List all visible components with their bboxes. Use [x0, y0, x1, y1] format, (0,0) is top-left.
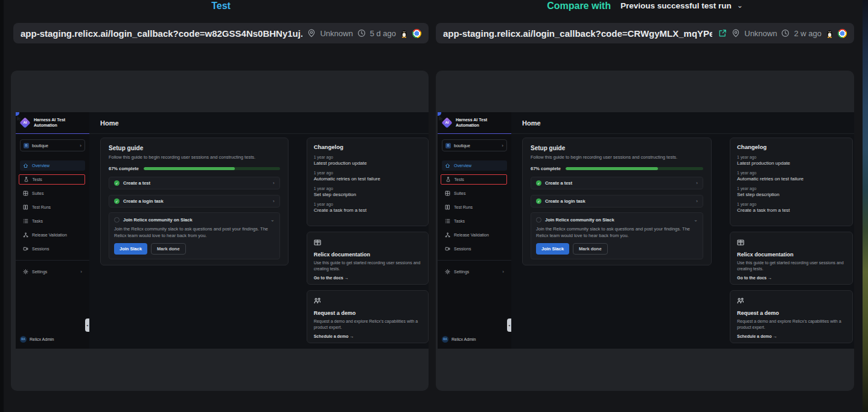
- go-to-docs-link[interactable]: Go to the docs →: [314, 276, 421, 280]
- setup-guide-title: Setup guide: [531, 145, 703, 151]
- user-menu[interactable]: RA Relicx Admin: [442, 336, 476, 343]
- setup-guide-subtitle: Follow this guide to begin recording use…: [531, 154, 703, 160]
- project-name: boutique: [454, 144, 470, 148]
- join-slack-header[interactable]: Join Relicx community on Slack ⌄: [114, 217, 275, 223]
- sidebar-item-suites[interactable]: Suites: [442, 188, 507, 198]
- sidebar-item-tasks[interactable]: Tasks: [20, 216, 85, 226]
- request-demo-card: Request a demo Request a demo and explor…: [730, 290, 853, 343]
- book-icon: [737, 239, 744, 246]
- app-main: Home Setup guide Follow this guide to be…: [89, 112, 429, 349]
- page-title: Home: [100, 119, 119, 127]
- setup-step-create-login-task[interactable]: ✓ Create a login task ›: [531, 195, 703, 208]
- compare-view: Test Compare with Previous successful te…: [0, 0, 868, 412]
- desktop-wallpaper-sliver: [863, 0, 868, 412]
- user-name: Relicx Admin: [30, 337, 54, 341]
- project-name: boutique: [32, 144, 48, 148]
- project-badge: B: [445, 143, 451, 148]
- chevron-down-icon: ⌄: [694, 217, 698, 223]
- mark-done-button[interactable]: Mark done: [573, 243, 608, 255]
- sidebar-item-overview[interactable]: Overview: [442, 160, 507, 171]
- chevron-right-icon: ›: [273, 198, 275, 204]
- sidebar-collapse-handle[interactable]: ◂: [507, 319, 511, 332]
- sidebar-collapse-handle[interactable]: ◂: [85, 319, 89, 332]
- changelog-title: Changelog: [314, 144, 421, 150]
- app-screenshot: AI Harness AI Test Automation B boutique…: [438, 112, 854, 349]
- sidebar-item-suites[interactable]: Suites: [20, 188, 85, 198]
- compare-run-dropdown[interactable]: Previous successful test run ⌄: [621, 0, 743, 11]
- setup-guide-card: Setup guide Follow this guide to begin r…: [100, 138, 289, 265]
- collapse-icon: ◂: [508, 323, 510, 327]
- sidebar-item-release-validation[interactable]: Release Validation: [20, 230, 85, 240]
- schedule-demo-link[interactable]: Schedule a demo →: [314, 334, 421, 338]
- check-circle-icon: ✓: [536, 180, 541, 186]
- linux-os-icon: [826, 29, 834, 38]
- people-icon: [314, 297, 321, 305]
- brand: AI Harness AI Test Automation: [442, 117, 507, 128]
- chevron-right-icon: ›: [502, 269, 504, 274]
- age-label: 2 w ago: [794, 29, 822, 38]
- sidebar-item-test-runs[interactable]: Test Runs: [442, 202, 507, 212]
- user-menu[interactable]: RA Relicx Admin: [20, 336, 54, 343]
- harness-logo-icon: AI: [20, 118, 30, 128]
- sidebar-item-tasks[interactable]: Tasks: [442, 216, 507, 226]
- page-header: Home: [511, 112, 854, 134]
- home-icon: [445, 163, 450, 168]
- setup-step-create-test[interactable]: ✓ Create a test ›: [531, 177, 703, 189]
- external-link-icon[interactable]: [718, 29, 727, 37]
- location-label: Unknown: [744, 29, 777, 38]
- home-icon: [23, 163, 28, 168]
- sidebar-item-test-runs[interactable]: Test Runs: [20, 202, 85, 212]
- compare-screenshot-panel: AI Harness AI Test Automation B boutique…: [436, 71, 854, 391]
- sidebar-item-overview[interactable]: Overview: [20, 160, 85, 171]
- sidebar-item-settings[interactable]: Settings ›: [20, 267, 85, 277]
- schedule-demo-link[interactable]: Schedule a demo →: [737, 334, 846, 338]
- setup-step-create-test[interactable]: ✓ Create a test ›: [109, 177, 280, 189]
- sidebar-item-sessions[interactable]: Sessions: [442, 244, 507, 254]
- brand-name: Harness AI Test Automation: [34, 117, 85, 128]
- sidebar-divider: [16, 260, 89, 261]
- check-circle-icon: ✓: [114, 180, 120, 186]
- documentation-title: Relicx documentation: [737, 252, 846, 258]
- check-circle-icon: ✓: [536, 198, 541, 204]
- changelog-title: Changelog: [737, 144, 846, 150]
- compare-url-bar[interactable]: app-staging.relicx.ai/login_callback?cod…: [436, 23, 854, 43]
- compare-screenshot[interactable]: AI Harness AI Test Automation B boutique…: [438, 112, 854, 349]
- setup-guide-subtitle: Follow this guide to begin recording use…: [109, 154, 280, 160]
- project-selector[interactable]: B boutique ›: [20, 139, 85, 151]
- sidebar-item-sessions[interactable]: Sessions: [20, 244, 85, 254]
- sidebar-item-tests[interactable]: Tests: [441, 174, 507, 185]
- sidebar-item-settings[interactable]: Settings ›: [442, 267, 507, 277]
- chrome-browser-icon: [838, 29, 847, 38]
- project-selector[interactable]: B boutique ›: [442, 139, 507, 151]
- video-icon: [23, 246, 28, 252]
- request-demo-title: Request a demo: [737, 310, 846, 316]
- setup-guide-card: Setup guide Follow this guide to begin r…: [522, 138, 712, 265]
- chevron-right-icon: ›: [273, 180, 275, 186]
- age-label: 5 d ago: [370, 29, 396, 38]
- join-slack-button[interactable]: Join Slack: [114, 243, 147, 255]
- go-to-docs-link[interactable]: Go to the docs →: [737, 276, 846, 280]
- test-screenshot-panel: AI Harness AI Test Automation B boutique…: [11, 71, 429, 391]
- sidebar-item-tests[interactable]: Tests: [19, 174, 85, 185]
- gear-icon: [23, 269, 28, 274]
- linux-os-icon: [400, 29, 408, 38]
- changelog-card: Changelog 1 year ago Latest production u…: [730, 138, 853, 226]
- sidebar-item-release-validation[interactable]: Release Validation: [442, 230, 507, 240]
- test-column-header: Test: [13, 0, 429, 11]
- setup-step-create-login-task[interactable]: ✓ Create a login task ›: [109, 195, 280, 208]
- chrome-browser-icon: [412, 29, 421, 38]
- compare-url: app-staging.relicx.ai/login_callback?cod…: [443, 28, 712, 39]
- columns-icon: [445, 204, 450, 210]
- progress-label: 67% complete: [531, 166, 561, 171]
- test-url-bar[interactable]: app-staging.relicx.ai/login_callback?cod…: [13, 23, 429, 43]
- page-header: Home: [89, 112, 429, 134]
- mark-done-button[interactable]: Mark done: [151, 243, 186, 255]
- join-slack-header[interactable]: Join Relicx community on Slack ⌄: [536, 217, 698, 223]
- check-circle-icon: ✓: [114, 198, 120, 204]
- test-screenshot[interactable]: AI Harness AI Test Automation B boutique…: [16, 112, 429, 349]
- app-main: Home Setup guide Follow this guide to be…: [511, 112, 854, 349]
- join-slack-description: Join the Relicx community slack to ask q…: [114, 226, 275, 239]
- join-slack-button[interactable]: Join Slack: [536, 243, 569, 255]
- changelog-entry: 1 year ago Set step description: [737, 186, 846, 197]
- chevron-right-icon: ›: [80, 143, 81, 148]
